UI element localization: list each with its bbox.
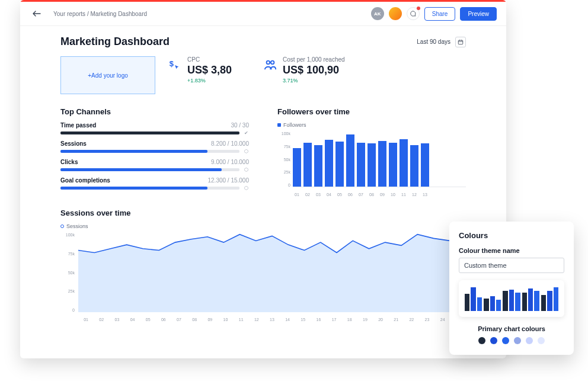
kpi-cpr-value: US$ 100,90: [283, 64, 345, 76]
svg-rect-0: [458, 40, 463, 44]
theme-preview: [459, 280, 564, 317]
channel-name: Sessions: [60, 140, 87, 147]
channel-row: Clicks9.000 / 10.000 ⬡: [60, 159, 249, 172]
sessions-chart: Sessions over time Sessions 100k75k50k25…: [60, 209, 466, 322]
bar: [400, 139, 408, 187]
kpi-cpc: $ CPC US$ 3,80 +1.83%: [168, 56, 232, 94]
notifications-button[interactable]: [407, 7, 420, 20]
kpi-cpr-label: Cost per 1,000 reached: [283, 56, 345, 63]
bar: [314, 145, 322, 187]
arrow-left-icon: [33, 11, 41, 17]
bar: [346, 134, 354, 187]
share-button[interactable]: Share: [424, 7, 456, 21]
colours-title: Colours: [459, 231, 564, 240]
progress-track: [60, 187, 239, 190]
back-button[interactable]: [30, 7, 44, 21]
calendar-icon: [455, 37, 466, 47]
header-actions: AK Share Preview: [371, 7, 497, 21]
bar: [335, 142, 344, 187]
bar: [293, 148, 301, 187]
channel-name: Time passed: [60, 122, 96, 129]
progress-track: [60, 168, 239, 171]
channel-value: 9.000 / 10.000: [211, 159, 249, 165]
followers-legend: Followers: [277, 122, 466, 128]
kpi-cpr: Cost per 1,000 reached US$ 100,90 3.71%: [264, 56, 345, 94]
lock-icon: ⬡: [243, 185, 249, 191]
avatar-user[interactable]: AK: [371, 7, 384, 20]
channel-row: Time passed30 / 30 ✔: [60, 122, 249, 136]
check-icon: ✔: [243, 130, 249, 136]
bar: [410, 145, 418, 187]
channel-value: 30 / 30: [231, 122, 249, 129]
chat-icon: [410, 11, 416, 17]
bar: [421, 143, 429, 187]
kpi-cpc-delta: +1.83%: [187, 78, 232, 84]
colours-panel: Colours Colour theme name Primary chart …: [449, 222, 574, 355]
colour-swatch[interactable]: [502, 337, 509, 344]
bar: [368, 143, 376, 187]
svg-point-2: [267, 61, 270, 65]
avatar-collaborator[interactable]: [389, 7, 402, 20]
colour-swatch[interactable]: [538, 337, 545, 344]
bar: [325, 140, 333, 187]
followers-chart: Followers over time Followers 100k75k50k…: [277, 107, 466, 197]
progress-track: [60, 132, 239, 134]
date-range-label: Last 90 days: [417, 39, 450, 45]
bar: [389, 143, 397, 187]
channel-name: Clicks: [60, 159, 78, 165]
followers-title: Followers over time: [277, 107, 466, 116]
colour-swatch[interactable]: [478, 337, 485, 344]
dollar-cursor-icon: $: [168, 59, 181, 74]
kpi-cpc-label: CPC: [187, 56, 232, 63]
channel-row: Goal completions12.300 / 15.000 ⬡: [60, 177, 249, 191]
svg-text:$: $: [170, 59, 174, 68]
channel-row: Sessions8.200 / 10.000 ⬡: [60, 140, 249, 154]
sessions-line-chart: 100k75k50k25k0 0102030405060708091011121…: [60, 233, 466, 322]
channel-value: 8.200 / 10.000: [211, 140, 249, 147]
header: Your reports / Marketing Dashboard AK Sh…: [20, 2, 506, 26]
date-range-picker[interactable]: Last 90 days: [417, 37, 466, 47]
lock-icon: ⬡: [243, 167, 249, 172]
add-logo-button[interactable]: +Add your logo: [60, 56, 155, 94]
sessions-legend: Sessions: [60, 223, 466, 229]
bar: [357, 143, 365, 187]
breadcrumb[interactable]: Your reports / Marketing Dashboard: [53, 11, 362, 17]
colour-swatch[interactable]: [490, 337, 497, 344]
app-window: Your reports / Marketing Dashboard AK Sh…: [20, 0, 506, 358]
channel-name: Goal completions: [60, 177, 110, 184]
kpi-cpc-value: US$ 3,80: [187, 64, 232, 76]
kpi-cpr-delta: 3.71%: [283, 78, 345, 84]
lock-icon: ⬡: [243, 149, 249, 154]
audience-icon: [264, 59, 277, 74]
channel-value: 12.300 / 15.000: [207, 177, 249, 184]
colour-theme-input[interactable]: [459, 258, 564, 273]
preview-button[interactable]: Preview: [460, 7, 497, 21]
colour-swatch[interactable]: [514, 337, 521, 344]
bar: [378, 141, 386, 187]
sessions-title: Sessions over time: [60, 209, 466, 217]
colour-swatches: [459, 337, 564, 344]
page-title: Marketing Dashboard: [60, 36, 170, 48]
primary-colours-label: Primary chart colours: [459, 325, 564, 332]
top-channels-title: Top Channels: [60, 107, 249, 116]
svg-point-3: [271, 61, 274, 65]
progress-track: [60, 150, 239, 153]
content: Marketing Dashboard Last 90 days +Add yo…: [20, 26, 506, 336]
notification-dot: [417, 7, 420, 10]
colour-theme-label: Colour theme name: [459, 247, 564, 254]
colour-swatch[interactable]: [526, 337, 533, 344]
followers-bar-chart: 100k75k50k25k0 0102030405060708091011121…: [277, 132, 466, 197]
top-channels: Top Channels Time passed30 / 30 ✔Session…: [60, 107, 249, 197]
bar: [303, 143, 312, 187]
